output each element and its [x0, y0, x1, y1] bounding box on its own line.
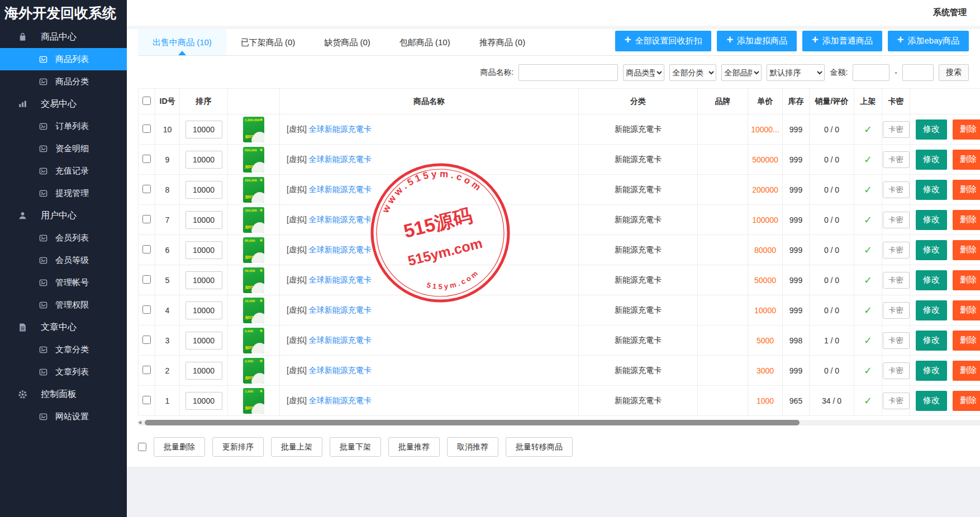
- card-key-button[interactable]: 卡密: [883, 302, 910, 319]
- batch-select-checkbox[interactable]: [138, 443, 146, 451]
- card-key-button[interactable]: 卡密: [883, 362, 910, 379]
- card-key-button[interactable]: 卡密: [883, 181, 910, 198]
- product-image[interactable]: 10,000 ★ 知05: [243, 298, 264, 323]
- edit-button[interactable]: 修改: [916, 270, 947, 290]
- batch-button[interactable]: 批量下架: [330, 437, 381, 457]
- delete-button[interactable]: 删除: [953, 361, 980, 381]
- tab-recommended[interactable]: 推荐商品 (0): [465, 29, 540, 55]
- product-name-link[interactable]: 全球新能源充電卡: [309, 305, 372, 314]
- delete-button[interactable]: 删除: [953, 180, 980, 200]
- product-image[interactable]: 50,000 ★ 知05: [243, 267, 264, 293]
- product-name-link[interactable]: 全球新能源充電卡: [309, 185, 372, 194]
- product-image[interactable]: 200,000 ★ 知05: [243, 177, 264, 203]
- sort-input[interactable]: [185, 332, 222, 350]
- tab-off-shelf[interactable]: 已下架商品 (0): [226, 29, 310, 55]
- sort-input[interactable]: [185, 362, 222, 380]
- edit-button[interactable]: 修改: [916, 119, 947, 140]
- edit-button[interactable]: 修改: [916, 331, 947, 351]
- edit-button[interactable]: 修改: [916, 240, 947, 260]
- batch-button[interactable]: 取消推荐: [447, 437, 498, 457]
- sidebar-item-goods-list[interactable]: 商品列表: [0, 48, 127, 70]
- product-name-link[interactable]: 全球新能源充電卡: [309, 215, 372, 224]
- sidebar-group-trade[interactable]: 交易中心: [0, 93, 127, 115]
- sort-input[interactable]: [185, 301, 222, 319]
- add-normal-product-button[interactable]: +添加普通商品: [802, 31, 882, 51]
- batch-button[interactable]: 批量转移商品: [506, 437, 573, 457]
- product-name-link[interactable]: 全球新能源充電卡: [309, 245, 372, 254]
- row-checkbox[interactable]: [142, 366, 151, 374]
- batch-button[interactable]: 批量删除: [154, 437, 205, 457]
- sidebar-item-admin-permission[interactable]: 管理权限: [0, 294, 127, 316]
- delete-button[interactable]: 删除: [953, 210, 980, 230]
- card-key-button[interactable]: 卡密: [883, 242, 910, 258]
- sort-order-select[interactable]: 默认排序: [767, 64, 825, 81]
- product-name-link[interactable]: 全球新能源充電卡: [309, 125, 372, 133]
- product-name-link[interactable]: 全球新能源充電卡: [309, 336, 372, 344]
- sort-input[interactable]: [185, 241, 222, 259]
- system-admin-menu[interactable]: 系统管理: [933, 7, 967, 18]
- product-image[interactable]: 1,000 ★ 知05: [243, 388, 264, 414]
- card-key-button[interactable]: 卡密: [883, 392, 910, 409]
- row-checkbox[interactable]: [142, 125, 151, 133]
- card-key-button[interactable]: 卡密: [883, 212, 910, 228]
- product-image[interactable]: 3,000 ★ 知05: [243, 358, 264, 384]
- row-checkbox[interactable]: [142, 245, 151, 253]
- sidebar-item-admin-account[interactable]: 管理帐号: [0, 271, 127, 294]
- product-name-link[interactable]: 全球新能源充電卡: [309, 275, 372, 284]
- row-checkbox[interactable]: [142, 275, 151, 284]
- row-checkbox[interactable]: [142, 396, 151, 404]
- sidebar-group-control[interactable]: 控制面板: [0, 383, 127, 405]
- amount-max-input[interactable]: [902, 64, 934, 81]
- product-image[interactable]: 5,000 ★ 知05: [243, 328, 264, 353]
- product-name-link[interactable]: 全球新能源充電卡: [309, 396, 372, 405]
- card-key-button[interactable]: 卡密: [883, 332, 910, 349]
- card-key-button[interactable]: 卡密: [883, 151, 910, 168]
- delete-button[interactable]: 删除: [953, 391, 980, 411]
- card-key-button[interactable]: 卡密: [883, 272, 910, 289]
- delete-button[interactable]: 删除: [953, 331, 980, 351]
- sort-input[interactable]: [185, 181, 222, 199]
- row-checkbox[interactable]: [142, 155, 151, 163]
- sort-input[interactable]: [185, 271, 222, 289]
- product-name-link[interactable]: 全球新能源充電卡: [309, 366, 372, 375]
- batch-button[interactable]: 批量推荐: [388, 437, 440, 457]
- sidebar-item-site-settings[interactable]: 网站设置: [0, 405, 127, 428]
- edit-button[interactable]: 修改: [916, 300, 947, 320]
- sidebar-item-order-list[interactable]: 订单列表: [0, 115, 127, 137]
- card-key-button[interactable]: 卡密: [883, 121, 910, 138]
- tab-on-sale[interactable]: 出售中商品 (10): [138, 29, 226, 55]
- row-checkbox[interactable]: [142, 305, 151, 314]
- scrollbar-thumb[interactable]: [145, 420, 800, 425]
- product-name-link[interactable]: 全球新能源充電卡: [309, 155, 372, 164]
- product-type-select[interactable]: 商品类型: [623, 64, 664, 81]
- set-recycle-discount-button[interactable]: +全部设置回收折扣: [615, 31, 712, 51]
- category-select[interactable]: 全部分类: [669, 64, 716, 81]
- sidebar-item-withdraw-manage[interactable]: 提现管理: [0, 182, 127, 204]
- row-checkbox[interactable]: [142, 215, 151, 223]
- row-checkbox[interactable]: [142, 336, 151, 344]
- edit-button[interactable]: 修改: [916, 361, 947, 381]
- brand-select[interactable]: 全部品牌: [721, 64, 762, 81]
- product-name-input[interactable]: [518, 64, 618, 81]
- row-checkbox[interactable]: [142, 185, 151, 193]
- sort-input[interactable]: [185, 211, 222, 229]
- product-image[interactable]: 1,000,000 ★ 知05: [243, 117, 264, 142]
- sidebar-item-goods-category[interactable]: 商品分类: [0, 70, 127, 93]
- edit-button[interactable]: 修改: [916, 150, 947, 170]
- sort-input[interactable]: [185, 392, 222, 410]
- product-image[interactable]: 500,000 ★ 知05: [243, 147, 264, 173]
- sidebar-group-user[interactable]: 用户中心: [0, 204, 127, 227]
- add-ebay-product-button[interactable]: +添加ebay商品: [888, 31, 969, 51]
- delete-button[interactable]: 删除: [953, 240, 980, 260]
- product-image[interactable]: 100,000 ★ 知05: [243, 207, 264, 233]
- delete-button[interactable]: 删除: [953, 300, 980, 320]
- sort-input[interactable]: [185, 121, 222, 138]
- delete-button[interactable]: 删除: [953, 270, 980, 290]
- sidebar-item-article-list[interactable]: 文章列表: [0, 361, 127, 383]
- add-virtual-product-button[interactable]: +添加虚拟商品: [717, 31, 797, 51]
- scroll-left-arrow-icon[interactable]: ◀: [138, 420, 141, 425]
- search-button[interactable]: 搜索: [939, 64, 969, 81]
- product-image[interactable]: 80,000 ★ 知05: [243, 237, 264, 263]
- sidebar-item-member-list[interactable]: 会员列表: [0, 227, 127, 249]
- batch-button[interactable]: 更新排序: [212, 437, 264, 457]
